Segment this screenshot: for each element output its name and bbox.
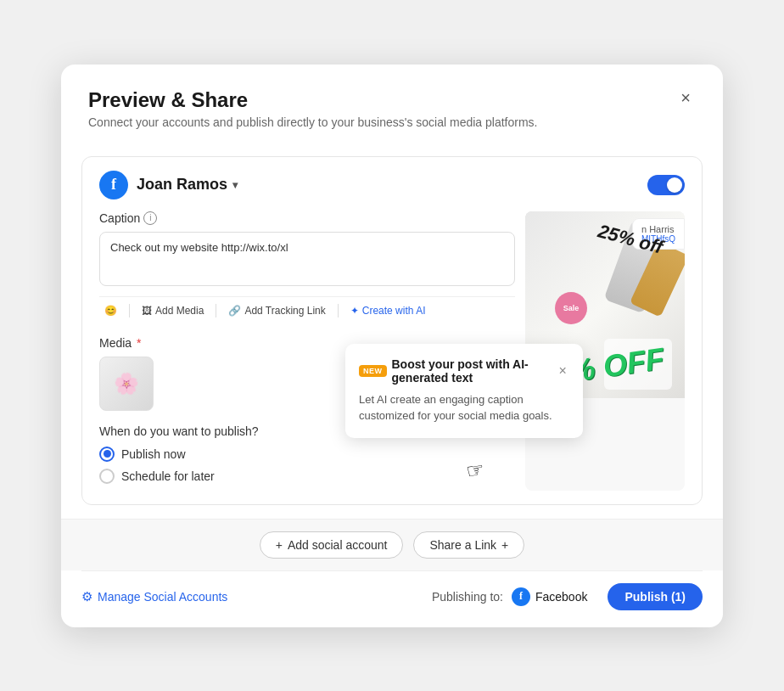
preview-share-modal: Preview & Share Connect your accounts an… <box>61 65 723 627</box>
publishing-to-section: Publishing to: f Facebook Publish (1) <box>432 583 703 610</box>
dropdown-chevron-icon: ▾ <box>232 179 238 191</box>
account-toggle[interactable]: ✓ <box>647 175 685 195</box>
toolbar-divider-2 <box>216 304 216 317</box>
modal-header: Preview & Share Connect your accounts an… <box>61 65 723 143</box>
toolbar-divider-1 <box>129 304 130 317</box>
plus-icon-link: + <box>501 538 508 552</box>
page-background: Preview & Share Connect your accounts an… <box>0 0 784 691</box>
image-icon: 🖼 <box>142 305 152 317</box>
modal-title: Preview & Share <box>88 88 696 112</box>
modal-body: f Joan Ramos ▾ ✓ <box>61 143 723 505</box>
facebook-platform-icon: f <box>512 587 530 606</box>
required-indicator: * <box>137 336 141 350</box>
caption-textarea[interactable]: Check out my website http://wix.to/xl <box>99 232 515 286</box>
account-info: f Joan Ramos ▾ <box>99 171 238 199</box>
plus-icon-social: + <box>276 538 283 552</box>
caption-label: Caption i <box>99 211 515 225</box>
ai-tooltip-header: NEW Boost your post with AI-generated te… <box>359 357 569 385</box>
gear-icon: ⚙ <box>81 589 92 604</box>
schedule-later-radio[interactable] <box>99 469 115 484</box>
ai-tooltip-close-button[interactable]: × <box>556 362 569 379</box>
emoji-icon: 😊 <box>104 305 117 317</box>
publish-button[interactable]: Publish (1) <box>608 583 703 610</box>
manage-social-accounts-button[interactable]: ⚙ Manage Social Accounts <box>81 589 227 604</box>
new-badge: NEW <box>359 365 387 377</box>
add-social-account-button[interactable]: + Add social account <box>260 531 404 559</box>
caption-info-icon[interactable]: i <box>143 211 157 225</box>
ai-tooltip-title: NEW Boost your post with AI-generated te… <box>359 357 556 385</box>
ai-tooltip-body: Let AI create an engaging caption custom… <box>359 391 569 424</box>
account-header: f Joan Ramos ▾ ✓ <box>99 171 685 199</box>
toolbar-divider-3 <box>338 304 339 317</box>
modal-subtitle: Connect your accounts and publish direct… <box>88 115 696 129</box>
publishing-platform: f Facebook <box>512 587 587 606</box>
close-button[interactable]: × <box>672 85 699 112</box>
schedule-later-option[interactable]: Schedule for later <box>99 469 515 484</box>
sparkle-icon: ✦ <box>350 305 359 317</box>
account-name-dropdown[interactable]: Joan Ramos ▾ <box>137 176 238 194</box>
emoji-button[interactable]: 😊 <box>99 302 122 319</box>
caption-toolbar: 😊 🖼 Add Media 🔗 Add Tracking Link <box>99 296 515 324</box>
toggle-check-icon: ✓ <box>673 180 680 189</box>
footer-bar: ⚙ Manage Social Accounts Publishing to: … <box>61 571 723 627</box>
facebook-account-icon: f <box>99 171 128 199</box>
media-thumbnail[interactable]: 🌸 <box>99 357 154 411</box>
link-icon: 🔗 <box>228 305 241 317</box>
tracking-link-button[interactable]: 🔗 Add Tracking Link <box>223 302 330 319</box>
account-card: f Joan Ramos ▾ ✓ <box>81 156 703 505</box>
publish-now-option[interactable]: Publish now <box>99 447 515 462</box>
add-media-button[interactable]: 🖼 Add Media <box>137 302 209 319</box>
create-with-ai-button[interactable]: ✦ Create with AI <box>345 302 431 319</box>
thumbnail-image: 🌸 <box>114 372 139 396</box>
ai-tooltip-popup: NEW Boost your post with AI-generated te… <box>345 344 583 438</box>
share-link-button[interactable]: Share a Link + <box>413 531 524 559</box>
publish-now-radio[interactable] <box>99 447 115 462</box>
bottom-action-bar: + Add social account Share a Link + <box>61 519 723 570</box>
